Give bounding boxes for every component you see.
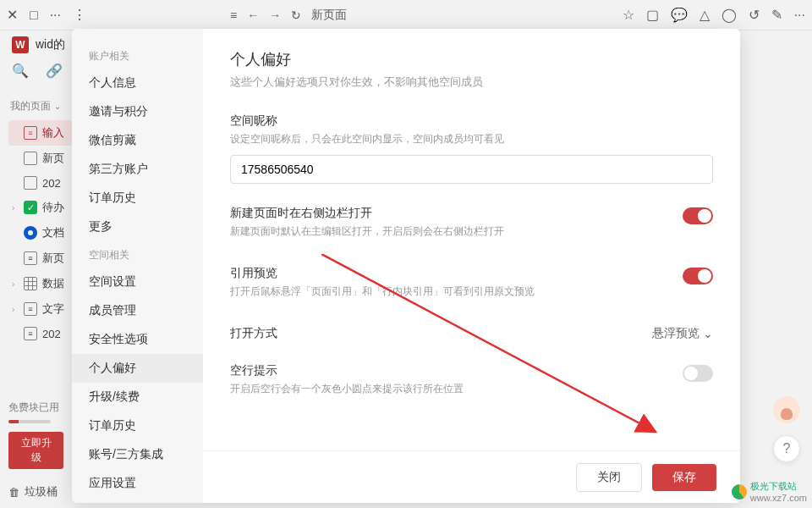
settings-item-more[interactable]: 更多 bbox=[72, 213, 203, 241]
settings-group-account: 账户相关 bbox=[72, 42, 203, 69]
save-button[interactable]: 保存 bbox=[652, 464, 716, 491]
pref-title: 个人偏好 bbox=[230, 49, 713, 69]
assistant-avatar[interactable] bbox=[773, 396, 800, 423]
settings-item-thirdparty[interactable]: 第三方账户 bbox=[72, 155, 203, 184]
help-button[interactable]: ? bbox=[773, 435, 800, 462]
open-side-desc: 新建页面时默认在主编辑区打开，开启后则会在右侧边栏打开 bbox=[230, 224, 683, 239]
open-side-toggle[interactable] bbox=[683, 207, 713, 224]
blank-hint-label: 空行提示 bbox=[230, 363, 683, 378]
open-side-label: 新建页面时在右侧边栏打开 bbox=[230, 206, 683, 221]
nickname-input[interactable] bbox=[230, 155, 713, 184]
settings-item-orders[interactable]: 订单历史 bbox=[72, 184, 203, 213]
settings-group-space: 空间相关 bbox=[72, 241, 203, 268]
blank-hint-toggle[interactable] bbox=[683, 365, 713, 382]
ref-preview-toggle[interactable] bbox=[683, 268, 713, 284]
ref-preview-label: 引用预览 bbox=[230, 266, 683, 281]
settings-item-security[interactable]: 安全性选项 bbox=[72, 325, 203, 354]
settings-item-orders2[interactable]: 订单历史 bbox=[72, 411, 203, 440]
settings-item-preferences[interactable]: 个人偏好 bbox=[72, 354, 203, 383]
watermark: 极光下载站www.xz7.com bbox=[732, 480, 807, 503]
blank-hint-desc: 开启后空行会有一个灰色小圆点来提示该行所在位置 bbox=[230, 382, 683, 396]
nickname-desc: 设定空间昵称后，只会在此空间内显示，空间内成员均可看见 bbox=[230, 132, 713, 146]
settings-item-wechat[interactable]: 微信剪藏 bbox=[72, 126, 203, 155]
pref-subtitle: 这些个人偏好选项只对你生效，不影响其他空间成员 bbox=[230, 75, 713, 90]
nickname-label: 空间昵称 bbox=[230, 113, 713, 129]
settings-item-upgrade[interactable]: 升级/续费 bbox=[72, 383, 203, 411]
open-mode-select[interactable]: 悬浮预览⌄ bbox=[652, 326, 713, 341]
settings-content: 个人偏好 这些个人偏好选项只对你生效，不影响其他空间成员 空间昵称 设定空间昵称… bbox=[203, 29, 740, 503]
settings-item-members[interactable]: 成员管理 bbox=[72, 296, 203, 325]
ref-preview-desc: 打开后鼠标悬浮「页面引用」和「行内块引用」可看到引用原文预览 bbox=[230, 284, 683, 299]
chevron-down-icon: ⌄ bbox=[703, 327, 713, 340]
settings-sidebar: 账户相关 个人信息 邀请与积分 微信剪藏 第三方账户 订单历史 更多 空间相关 … bbox=[72, 29, 203, 503]
open-mode-label: 打开方式 bbox=[230, 326, 652, 341]
settings-modal: 账户相关 个人信息 邀请与积分 微信剪藏 第三方账户 订单历史 更多 空间相关 … bbox=[72, 29, 740, 503]
settings-item-invite[interactable]: 邀请与积分 bbox=[72, 97, 203, 126]
watermark-icon bbox=[732, 484, 747, 500]
settings-item-app[interactable]: 应用设置 bbox=[72, 469, 203, 498]
settings-footer: 关闭 保存 bbox=[203, 450, 740, 503]
settings-item-space[interactable]: 空间设置 bbox=[72, 268, 203, 296]
settings-item-profile[interactable]: 个人信息 bbox=[72, 69, 203, 97]
settings-item-integrations[interactable]: 账号/三方集成 bbox=[72, 440, 203, 469]
close-button[interactable]: 关闭 bbox=[576, 463, 642, 492]
